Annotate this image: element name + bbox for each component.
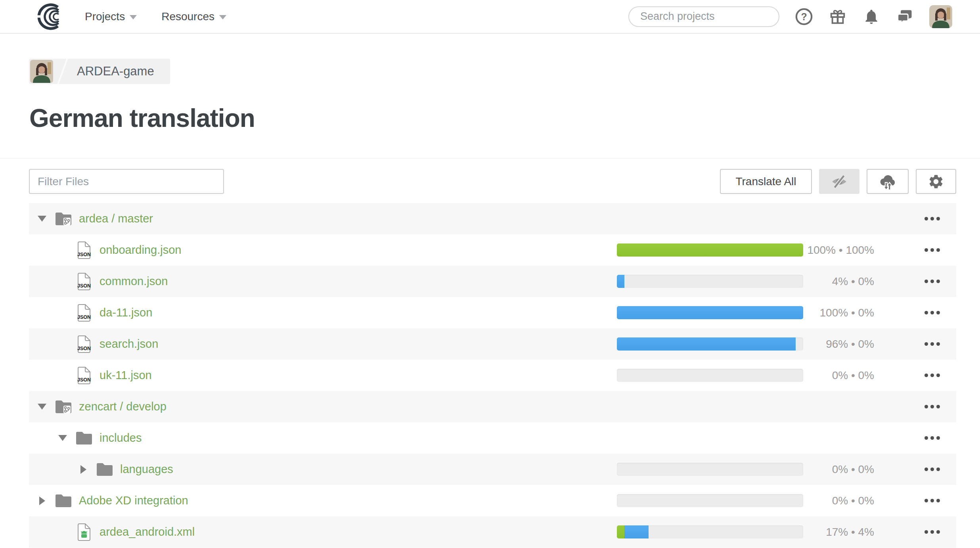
row-menu-button[interactable] — [924, 234, 940, 266]
file-row[interactable]: JSON uk-11.json 0% • 0% — [29, 360, 956, 391]
gear-icon — [928, 173, 944, 190]
settings-button[interactable] — [916, 169, 956, 194]
folder-icon — [75, 431, 93, 446]
caret-down-icon[interactable] — [58, 435, 67, 441]
row-menu-button[interactable] — [924, 516, 940, 548]
branch-folder-icon — [54, 399, 73, 414]
folder-row[interactable]: ardea / master — [29, 203, 956, 234]
row-icon-slot: JSON — [74, 241, 94, 259]
caret-slot — [38, 404, 46, 410]
row-name-link[interactable]: includes — [100, 431, 142, 445]
help-button[interactable]: ? — [795, 8, 813, 26]
progress-translated-segment — [624, 525, 649, 538]
json-file-icon: JSON — [77, 272, 91, 291]
progress-bar — [617, 463, 803, 476]
row-name-link[interactable]: zencart / develop — [79, 400, 167, 413]
project-owner-avatar — [30, 60, 53, 83]
row-icon-slot — [54, 211, 73, 226]
caret-right-icon[interactable] — [39, 496, 45, 505]
progress-bar — [617, 525, 803, 538]
notifications-button[interactable] — [862, 8, 880, 26]
caret-down-icon[interactable] — [38, 404, 46, 410]
file-row[interactable]: JSON search.json 96% • 0% — [29, 328, 956, 360]
row-icon-slot: JSON — [74, 304, 94, 322]
row-name-link[interactable]: search.json — [100, 337, 158, 351]
app-logo-icon[interactable] — [35, 2, 69, 31]
translate-all-button[interactable]: Translate All — [720, 169, 812, 194]
row-menu-button[interactable] — [924, 266, 940, 297]
row-icon-slot — [95, 462, 115, 477]
messages-button[interactable] — [896, 8, 914, 26]
toolbar-buttons: Translate All — [720, 169, 956, 194]
json-file-icon: JSON — [77, 366, 91, 385]
row-menu-button[interactable] — [924, 454, 940, 485]
android-file-icon — [77, 523, 91, 541]
caret-slot — [38, 216, 46, 222]
file-tree: ardea / master JSON onboarding.json 100%… — [29, 203, 956, 548]
row-icon-slot: JSON — [74, 272, 94, 291]
section-divider — [0, 158, 980, 159]
progress-bar — [617, 306, 803, 319]
row-menu-button[interactable] — [924, 391, 940, 422]
file-row[interactable]: JSON common.json 4% • 0% — [29, 266, 956, 297]
nav-projects-menu[interactable]: Projects — [85, 10, 137, 23]
row-name-link[interactable]: da-11.json — [100, 306, 152, 319]
folder-row[interactable]: includes — [29, 422, 956, 454]
caret-slot — [79, 465, 88, 474]
progress-bar — [617, 369, 803, 382]
nav-resources-menu[interactable]: Resources — [161, 10, 226, 23]
caret-down-icon[interactable] — [38, 216, 46, 222]
row-icon-slot — [74, 431, 94, 446]
row-name-link[interactable]: common.json — [100, 275, 168, 288]
progress-stats: 100% • 0% — [820, 297, 874, 328]
folder-icon — [54, 493, 73, 508]
progress-bar — [617, 275, 803, 288]
gift-button[interactable] — [829, 8, 847, 26]
row-name-link[interactable]: onboarding.json — [100, 243, 181, 257]
row-menu-button[interactable] — [924, 297, 940, 328]
search-input[interactable] — [639, 10, 781, 23]
row-menu-button[interactable] — [924, 360, 940, 391]
row-menu-button[interactable] — [924, 203, 940, 234]
row-name-link[interactable]: uk-11.json — [100, 369, 152, 382]
json-file-icon: JSON — [77, 335, 91, 353]
file-row[interactable]: JSON onboarding.json 100% • 100% — [29, 234, 956, 266]
file-row[interactable]: JSON da-11.json 100% • 0% — [29, 297, 956, 328]
row-menu-button[interactable] — [924, 485, 940, 516]
progress-stats: 17% • 4% — [826, 516, 874, 548]
page-title: German translation — [29, 105, 255, 132]
filter-files-input[interactable] — [29, 169, 224, 194]
row-icon-slot — [74, 523, 94, 541]
cloud-sync-icon — [878, 172, 898, 191]
row-name-link[interactable]: Adobe XD integration — [79, 494, 188, 507]
svg-text:JSON: JSON — [77, 283, 91, 289]
nav-resources-label: Resources — [161, 10, 214, 23]
chat-icon — [896, 8, 914, 25]
hide-completed-button[interactable] — [819, 169, 859, 194]
progress-approved-segment — [617, 525, 624, 538]
svg-text:?: ? — [801, 11, 807, 22]
progress-stats: 100% • 100% — [807, 234, 874, 266]
row-icon-slot — [54, 493, 73, 508]
caret-right-icon[interactable] — [80, 465, 86, 474]
progress-translated-segment — [617, 306, 803, 319]
json-file-icon: JSON — [77, 304, 91, 322]
row-icon-slot — [54, 399, 73, 414]
row-menu-button[interactable] — [924, 422, 940, 454]
sync-files-button[interactable] — [867, 169, 909, 194]
user-avatar[interactable] — [929, 5, 952, 28]
breadcrumb[interactable]: ARDEA-game — [29, 59, 170, 84]
row-menu-button[interactable] — [924, 328, 940, 360]
row-name-link[interactable]: ardea / master — [79, 212, 153, 225]
row-name-link[interactable]: ardea_android.xml — [100, 525, 195, 538]
folder-row[interactable]: Adobe XD integration 0% • 0% — [29, 485, 956, 516]
file-row[interactable]: ardea_android.xml 17% • 4% — [29, 516, 956, 548]
progress-stats: 0% • 0% — [832, 360, 874, 391]
folder-row[interactable]: zencart / develop — [29, 391, 956, 422]
svg-text:JSON: JSON — [77, 377, 91, 383]
row-name-link[interactable]: languages — [120, 463, 173, 476]
chevron-down-icon — [130, 15, 137, 19]
folder-row[interactable]: languages 0% • 0% — [29, 454, 956, 485]
svg-text:JSON: JSON — [77, 252, 91, 257]
progress-translated-segment — [617, 275, 624, 288]
